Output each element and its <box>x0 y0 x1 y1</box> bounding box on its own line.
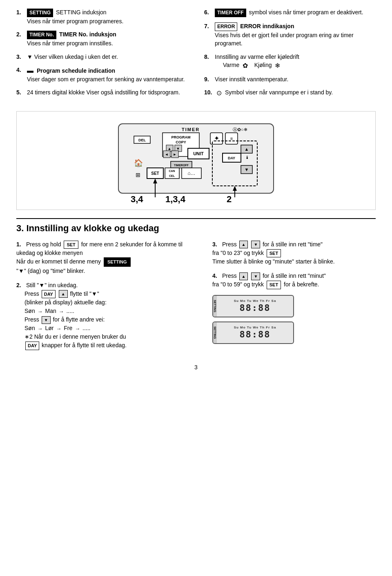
item-8: 8. Innstilling av varme eller kjøledrift… <box>204 53 376 70</box>
up-btn-step4[interactable]: ▲ <box>239 272 248 280</box>
step-2-num: 2. <box>16 281 24 290</box>
item-10-num: 10. <box>204 88 213 98</box>
step-3: 3. Press ▲ ▼ for å stille inn rett "time… <box>212 240 376 266</box>
svg-text:CEL: CEL <box>169 174 175 177</box>
display-1-setting: SETTING <box>213 296 217 317</box>
down-btn-step4[interactable]: ▼ <box>251 272 260 280</box>
svg-text:▼: ▼ <box>245 167 249 172</box>
label-34: 3,4 <box>131 194 143 204</box>
section-3-heading: 3. Innstilling av klokke og ukedag <box>16 218 376 234</box>
item-1-num: 1. <box>16 8 25 25</box>
item-5-body: 24 timers digital klokke Viser også inds… <box>27 89 180 96</box>
display-1-time: 88:88 <box>239 303 270 313</box>
label-2: 2 <box>227 194 232 204</box>
set-badge-step4: SET <box>267 281 281 289</box>
snowflake-icon: ❄ <box>275 61 280 70</box>
step-2-sub3: Søn → Man → ..... <box>24 308 74 314</box>
day-badge: DAY <box>42 290 56 299</box>
program-label: PROGRAM <box>172 135 191 139</box>
step-2-sub6: ∗2 Når du er i denne menyen bruker du <box>24 333 126 340</box>
item-4-body: Viser dager som er programert for senkin… <box>27 76 185 83</box>
display-2: SETTING Su Mo Tu We Th Fr Sa 88:88 <box>212 321 294 344</box>
diagram-section: TIMER Ⓐ✿○❄ DEL PROGRAM COPY ▲ ▼ ✦ ≡ ◄ <box>16 111 376 210</box>
svg-text:►: ► <box>173 152 177 156</box>
item-8-content: Innstilling av varme eller kjøledrift Va… <box>215 53 376 70</box>
right-column: 6. TIMER OFF symbol vises når timer prog… <box>204 8 376 103</box>
display-2-inner: Su Mo Tu We Th Fr Sa 88:88 <box>217 324 293 341</box>
item-9-body: Viser innstilt vanntemperatur. <box>215 76 288 83</box>
steps-left: 1. Press og hold SET for mere enn 2 seku… <box>16 240 196 356</box>
item-10-content: ⊙ Symbol viser når vannpumpe er i stand … <box>215 88 376 98</box>
svg-text:▲: ▲ <box>245 147 249 152</box>
timer-off-badge: TIMER OFF <box>215 9 246 17</box>
item-6-body: symbol vises når timer program er deakti… <box>249 9 363 16</box>
up-btn-step2[interactable]: ▲ <box>59 290 68 298</box>
down-btn-step3[interactable]: ▼ <box>251 241 260 248</box>
item-6-num: 6. <box>204 8 213 17</box>
top-section: 1. SETTING SETTING induksjon Vises når t… <box>16 8 376 103</box>
display-2-time: 88:88 <box>239 329 270 339</box>
step-2-sub2: (blinker på display) aktuelle dag: <box>24 299 107 306</box>
item-1-content: SETTING SETTING induksjon Vises når time… <box>27 8 188 25</box>
steps-section: 1. Press og hold SET for mere enn 2 seku… <box>16 240 376 356</box>
sun-icon: ✿ <box>243 61 248 70</box>
svg-text:CAN: CAN <box>169 170 175 172</box>
display-images: SETTING Su Mo Tu We Th Fr Sa 88:88 SETTI… <box>212 295 376 344</box>
item-8-body: Innstilling av varme eller kjøledrift <box>215 54 299 60</box>
set-label: SET <box>151 171 159 176</box>
step-2-sub5: Søn → Lør → Fre → ..... <box>24 325 90 331</box>
set-badge-step3: SET <box>267 249 281 258</box>
item-5: 5. 24 timers digital klokke Viser også i… <box>16 88 188 96</box>
del-label: DEL <box>138 138 146 142</box>
item-3: 3. ▼ Viser vilken ukedag i uken det er. <box>16 53 188 61</box>
svg-text:▲: ▲ <box>168 147 172 151</box>
item-6-content: TIMER OFF symbol vises når timer program… <box>215 8 376 17</box>
item-9: 9. Viser innstilt vanntemperatur. <box>204 75 376 83</box>
step-2-sub4: Press ▼ for å flytte andre vei: <box>24 316 105 323</box>
mode-icons: Ⓐ✿○❄ <box>233 127 247 132</box>
step-2-sub1: Press DAY ▲ flytte til "▼" <box>24 290 99 297</box>
item-8-sub: Varme ✿ Kjøling ❄ <box>223 62 282 68</box>
step-1-num: 1. <box>16 240 24 249</box>
timeroff-label: TIMEROFF <box>174 164 189 167</box>
down-btn-step2[interactable]: ▼ <box>42 316 51 324</box>
display-2-setting: SETTING <box>213 322 217 343</box>
item-9-num: 9. <box>204 75 213 83</box>
item-3-num: 3. <box>16 53 25 61</box>
display-2-days: Su Mo Tu We Th Fr Sa <box>234 326 276 329</box>
home-icon: 🏠 <box>134 159 143 167</box>
item-5-content: 24 timers digital klokke Viser også inds… <box>27 88 188 96</box>
step-4: 4. Press ▲ ▼ for å stille inn rett "minu… <box>212 272 376 289</box>
svg-text:▼: ▼ <box>176 147 180 151</box>
day-badge-2: DAY <box>25 342 39 350</box>
copy-label: COPY <box>176 140 186 144</box>
step-1: 1. Press og hold SET for mere enn 2 seku… <box>16 240 196 275</box>
up-btn-step3[interactable]: ▲ <box>239 241 248 248</box>
label-134: 1,3,4 <box>165 194 186 204</box>
svg-text:⌂…: ⌂… <box>187 170 195 176</box>
item-3-content: ▼ Viser vilken ukedag i uken det er. <box>27 53 188 61</box>
error-badge: ERROR <box>215 22 237 31</box>
page-number: 3 <box>16 364 376 371</box>
set-badge-step1: SET <box>64 241 78 249</box>
thermometer-icon: 🌡 <box>245 155 249 160</box>
timer-label: TIMER <box>182 127 200 132</box>
step-3-num: 3. <box>212 240 220 249</box>
item-10-body: Symbol viser når vannpumpe er i stand by… <box>225 89 333 96</box>
item-2-title: TIMER No. induksjon <box>59 31 116 38</box>
item-4-icon: ▬ <box>27 67 33 74</box>
diagram-wrapper: TIMER Ⓐ✿○❄ DEL PROGRAM COPY ▲ ▼ ✦ ≡ ◄ <box>29 120 363 205</box>
item-2: 2. TIMER No. TIMER No. induksjon Vises n… <box>16 30 188 47</box>
item-3-icon: ▼ <box>27 54 33 60</box>
item-6: 6. TIMER OFF symbol vises når timer prog… <box>204 8 376 17</box>
item-9-content: Viser innstilt vanntemperatur. <box>215 75 376 83</box>
item-7-num: 7. <box>204 22 213 48</box>
item-1-body: Vises når timer program programeres. <box>27 18 123 25</box>
item-4-title: Program schedule indication <box>37 67 115 74</box>
display-1-days: Su Mo Tu We Th Fr Sa <box>234 299 276 303</box>
item-4-num: 4. <box>16 66 25 83</box>
display-1-inner: Su Mo Tu We Th Fr Sa 88:88 <box>217 297 293 315</box>
step-4-num: 4. <box>212 272 220 280</box>
controller-diagram: TIMER Ⓐ✿○❄ DEL PROGRAM COPY ▲ ▼ ✦ ≡ ◄ <box>106 120 286 205</box>
item-7: 7. ERROR ERROR inndikasjon Vises hvis de… <box>204 22 376 48</box>
